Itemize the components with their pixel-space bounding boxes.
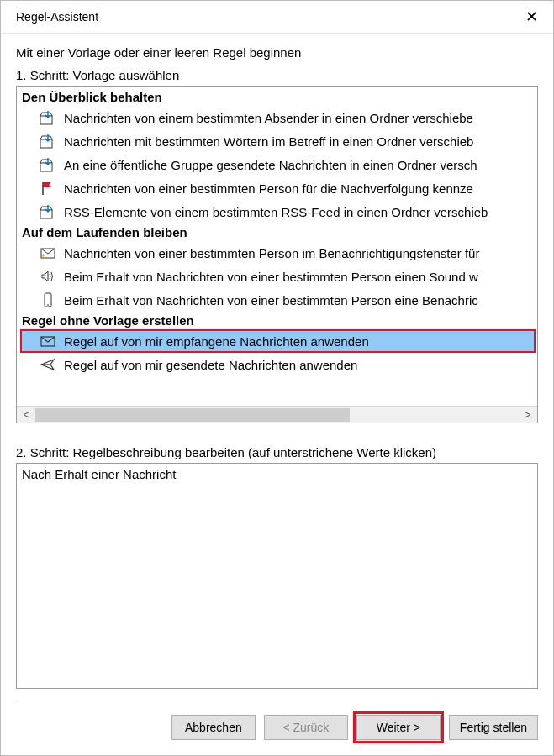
template-item[interactable]: Nachrichten von einer bestimmten Person … [20,241,536,265]
template-list-box: Den Überblick behalten Nachrichten von e… [16,86,538,423]
svg-rect-3 [40,210,52,218]
template-label: RSS-Elemente von einem bestimmten RSS-Fe… [64,205,488,219]
template-item[interactable]: Beim Erhalt von Nachrichten von einer be… [20,265,536,288]
template-item[interactable]: Nachrichten von einem bestimmten Absende… [20,106,536,129]
next-button[interactable]: Weiter > [356,715,441,740]
envelope-icon [39,333,57,349]
titlebar: Regel-Assistent ✕ [1,1,553,34]
button-row: Abbrechen < Zurück Weiter > Fertig stell… [1,701,553,755]
svg-point-6 [47,304,49,306]
template-item[interactable]: An eine öffentliche Gruppe gesendete Nac… [20,153,536,176]
svg-rect-1 [40,139,52,148]
template-label: Beim Erhalt von Nachrichten von einer be… [64,270,478,284]
template-item[interactable]: Beim Erhalt von Nachrichten von einer be… [20,288,536,312]
svg-rect-0 [40,116,52,124]
finish-button[interactable]: Fertig stellen [449,715,538,740]
folder-arrow-icon [39,109,57,126]
content-area: Mit einer Vorlage oder einer leeren Rege… [1,34,553,689]
scroll-thumb[interactable] [35,408,350,422]
intro-text: Mit einer Vorlage oder einer leeren Rege… [16,45,538,60]
template-label: Regel auf von mir empfangene Nachrichten… [64,334,369,349]
template-item[interactable]: Nachrichten von einer bestimmten Person … [20,176,536,200]
template-label: Nachrichten mit bestimmten Wörtern im Be… [64,134,473,149]
template-label: Beim Erhalt von Nachrichten von einer be… [64,293,478,307]
section-header: Den Überblick behalten [20,88,536,106]
template-item[interactable]: Nachrichten mit bestimmten Wörtern im Be… [20,129,536,153]
template-label: Nachrichten von einem bestimmten Absende… [64,111,473,125]
step1-label: 1. Schritt: Vorlage auswählen [16,68,538,82]
template-list: Den Überblick behalten Nachrichten von e… [17,87,537,406]
section-header: Auf dem Laufenden bleiben [20,223,536,241]
folder-arrow-icon [39,203,57,220]
template-item[interactable]: RSS-Elemente von einem bestimmten RSS-Fe… [20,200,536,223]
step2-label: 2. Schritt: Regelbeschreibung bearbeiten… [16,445,538,459]
rule-description-box[interactable]: Nach Erhalt einer Nachricht [16,463,538,689]
folder-arrow-icon [39,156,57,173]
template-label: Regel auf von mir gesendete Nachrichten … [64,358,357,372]
scroll-track[interactable] [35,407,519,423]
scroll-right-icon[interactable]: > [519,407,537,423]
window-title: Regel-Assistent [16,10,98,24]
template-label: Nachrichten von einer bestimmten Person … [64,181,473,196]
send-icon [39,356,57,373]
close-icon[interactable]: ✕ [521,8,541,26]
svg-rect-2 [40,163,52,171]
flag-icon [39,180,57,197]
section-header: Regel ohne Vorlage erstellen [20,312,536,329]
envelope-star-icon [39,244,57,261]
rule-description-text: Nach Erhalt einer Nachricht [22,467,176,481]
back-button[interactable]: < Zurück [264,715,348,740]
horizontal-scrollbar[interactable]: < > [17,406,537,423]
phone-icon [39,291,57,308]
cancel-button[interactable]: Abbrechen [171,715,256,740]
template-item[interactable]: Regel auf von mir gesendete Nachrichten … [20,353,536,376]
scroll-left-icon[interactable]: < [17,407,35,423]
template-label: Nachrichten von einer bestimmten Person … [64,246,479,260]
folder-arrow-icon [39,133,57,150]
template-item-selected[interactable]: Regel auf von mir empfangene Nachrichten… [20,329,536,353]
rules-wizard-window: Regel-Assistent ✕ Mit einer Vorlage oder… [0,0,554,756]
speaker-icon [39,268,57,285]
template-label: An eine öffentliche Gruppe gesendete Nac… [64,158,477,172]
